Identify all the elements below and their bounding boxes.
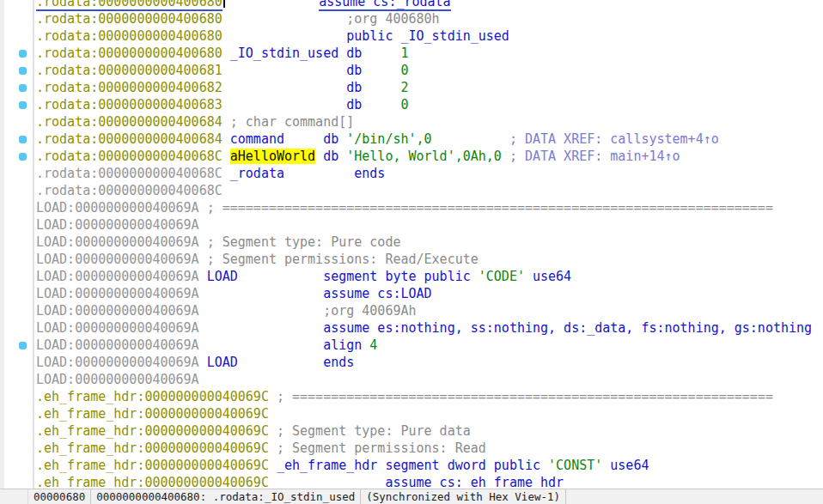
listing-line[interactable]: LOAD:000000000040069A LOAD ends [36, 354, 823, 371]
code-text [226, 0, 319, 9]
symbol-name[interactable]: command [230, 131, 284, 147]
margin-dot-icon[interactable] [19, 50, 27, 58]
status-current-address: 0000000000400680: .rodata:_IO_stdin_used [91, 489, 361, 504]
address-prefix: LOAD:000000000040069A [36, 200, 199, 216]
margin-dot-icon[interactable] [19, 153, 27, 161]
address-prefix: LOAD:000000000040069A [36, 372, 199, 387]
address-prefix: .eh_frame_hdr:000000000040069C [36, 389, 269, 404]
listing-line[interactable]: LOAD:000000000040069A assume cs:LOAD [36, 285, 823, 302]
listing-line[interactable]: LOAD:000000000040069A [36, 216, 823, 234]
address-prefix: LOAD:000000000040069A [36, 269, 199, 284]
address-prefix: LOAD:000000000040069A [36, 320, 199, 336]
address-prefix: .eh_frame_hdr:000000000040069C [36, 458, 269, 473]
code-text: assume cs:LOAD [199, 286, 432, 301]
comment-text: ; Segment permissions: Read [269, 440, 486, 456]
symbol-name[interactable]: _eh_frame_hdr [277, 458, 377, 473]
listing-line[interactable]: .rodata:000000000040068C aHelloWorld db … [36, 148, 823, 165]
status-bar: 00000680 0000000000400680: .rodata:_IO_s… [0, 489, 823, 504]
listing-line[interactable]: LOAD:000000000040069A ; Segment permissi… [36, 251, 823, 268]
address-prefix: .rodata:0000000000400684 [36, 114, 223, 130]
address-prefix: LOAD:000000000040069A [36, 303, 199, 319]
code-text: '/bin/sh',0 [338, 131, 431, 147]
margin-dot-icon[interactable] [19, 136, 27, 143]
address-prefix: .rodata:0000000000400683 [36, 97, 223, 112]
listing-line[interactable]: .rodata:000000000040068C _rodata ends [36, 165, 823, 182]
margin-dot-icon[interactable] [19, 67, 27, 75]
code-text [199, 269, 207, 284]
code-text [199, 355, 207, 370]
code-text: public _IO_stdin_used [346, 28, 509, 44]
comment-text: ;org 40069Ah [199, 303, 417, 319]
code-text: db [338, 46, 362, 61]
symbol-name[interactable]: _rodata [230, 166, 284, 181]
address-prefix: .eh_frame_hdr:000000000040069C [36, 406, 269, 422]
code-text: segment dword public [377, 458, 548, 473]
address-prefix: .rodata:0000000000400681 [36, 63, 223, 78]
listing-line[interactable]: .rodata:0000000000400680 assume cs:_roda… [36, 0, 823, 10]
comment-text: ; ======================================… [269, 389, 773, 404]
listing-line[interactable]: .eh_frame_hdr:000000000040069C ; =======… [36, 388, 823, 405]
address-prefix: .rodata:000000000040068C [36, 166, 223, 181]
listing-line[interactable]: .rodata:0000000000400684 ; char command[… [36, 113, 823, 131]
listing-line[interactable]: .rodata:0000000000400681 db 0 [36, 62, 823, 79]
code-text: db [284, 131, 338, 147]
comment-text: ;org 400680h [223, 11, 440, 27]
listing-line[interactable]: .eh_frame_hdr:000000000040069C [36, 405, 823, 422]
listing-line[interactable]: .rodata:0000000000400684 command db '/bi… [36, 131, 823, 148]
code-text: 0 [362, 63, 408, 78]
code-text [223, 114, 230, 130]
code-text: db [315, 149, 338, 164]
listing-line[interactable]: LOAD:000000000040069A align 4 [36, 337, 823, 354]
comment-text: ; Segment type: Pure data [269, 423, 471, 439]
code-text: 'CODE' [479, 269, 525, 284]
listing-line[interactable]: .eh_frame_hdr:000000000040069C ; Segment… [36, 440, 823, 457]
code-text: db [223, 63, 363, 78]
symbol-name[interactable]: LOAD [207, 355, 238, 370]
margin-dot-icon[interactable] [19, 101, 27, 109]
listing-line[interactable]: LOAD:000000000040069A ;org 40069Ah [36, 302, 823, 319]
code-text: 0 [362, 97, 408, 112]
xref-comment: ; DATA XREF: main+14↑o [509, 149, 680, 164]
listing-line[interactable]: .rodata:0000000000400683 db 0 [36, 96, 823, 113]
address-prefix: .eh_frame_hdr:000000000040069C [36, 440, 269, 456]
code-text: segment byte public [238, 269, 479, 284]
code-text: db [223, 97, 363, 112]
address-prefix: .rodata:0000000000400680 [36, 11, 223, 27]
listing-line[interactable]: .eh_frame_hdr:000000000040069C _eh_frame… [36, 457, 823, 474]
margin-dot-icon[interactable] [19, 342, 27, 349]
code-text: 2 [362, 80, 408, 95]
listing-line[interactable]: LOAD:000000000040069A assume es:nothing,… [36, 319, 823, 337]
listing-line[interactable]: LOAD:000000000040069A ; Segment type: Pu… [36, 234, 823, 251]
window-left-edge [0, 0, 4, 504]
listing-line[interactable]: .rodata:0000000000400680 ;org 400680h [36, 10, 823, 27]
code-text [223, 131, 230, 147]
listing-line[interactable]: LOAD:000000000040069A [36, 371, 823, 388]
address-prefix: LOAD:000000000040069A [36, 252, 199, 267]
listing-line[interactable]: .rodata:000000000040068C [36, 182, 823, 199]
code-text [223, 46, 230, 61]
code-text: 1 [362, 46, 408, 61]
listing-line[interactable]: LOAD:000000000040069A LOAD segment byte … [36, 268, 823, 285]
listing-line[interactable]: LOAD:000000000040069A ; ================… [36, 199, 823, 216]
code-text: 'Hello, World',0Ah,0 [338, 149, 502, 164]
code-text [502, 149, 509, 164]
code-text [432, 131, 509, 147]
code-text [223, 149, 230, 164]
address-prefix: .rodata:0000000000400682 [36, 80, 223, 95]
status-bar-spacer [0, 489, 28, 504]
symbol-name[interactable]: _IO_stdin_used [230, 46, 338, 61]
listing-line[interactable]: .rodata:0000000000400682 db 2 [36, 79, 823, 96]
symbol-name[interactable]: LOAD [207, 269, 238, 284]
text-caret [223, 0, 225, 8]
listing-line[interactable]: .eh_frame_hdr:000000000040069C ; Segment… [36, 422, 823, 440]
xref-comment: ; DATA XREF: callsystem+4↑o [509, 131, 719, 147]
comment-text: ; Segment permissions: Read/Execute [199, 252, 479, 267]
code-text: assume es:nothing, ss:nothing, ds:_data,… [199, 320, 812, 336]
listing-line[interactable]: .rodata:0000000000400680 _IO_stdin_used … [36, 45, 823, 62]
margin-dot-icon[interactable] [19, 84, 27, 92]
disassembly-listing[interactable]: .rodata:0000000000400680 assume cs:_roda… [36, 0, 823, 491]
address-prefix: LOAD:000000000040069A [36, 337, 199, 353]
highlighted-identifier[interactable]: aHelloWorld [230, 149, 315, 164]
code-text: use64 [525, 269, 571, 284]
listing-line[interactable]: .rodata:0000000000400680 public _IO_stdi… [36, 27, 823, 45]
